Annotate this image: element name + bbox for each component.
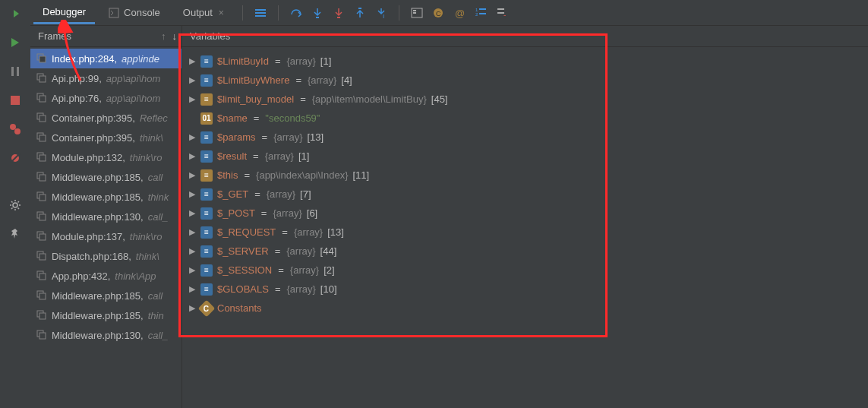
- frame-row[interactable]: Index.php:284, app\inde: [30, 49, 181, 68]
- expand-icon[interactable]: ▶: [188, 132, 196, 142]
- variable-row[interactable]: ▶≡ $GLOBALS = {array} [10]: [188, 280, 862, 299]
- variable-row[interactable]: ▶≡ $_REQUEST = {array} [13]: [188, 223, 862, 242]
- frame-row[interactable]: Middleware.php:185, call: [30, 286, 181, 305]
- stack-frame-icon: [36, 290, 47, 301]
- watches-remove-button[interactable]: -: [494, 5, 510, 21]
- watches-c-button[interactable]: C: [430, 5, 447, 21]
- frame-row[interactable]: Middleware.php:130, call_: [30, 325, 181, 345]
- variable-row[interactable]: ▶C Constants: [188, 299, 862, 318]
- frame-file: Module.php:132,: [52, 152, 125, 163]
- expand-icon[interactable]: ▶: [188, 75, 196, 85]
- frame-row[interactable]: App.php:432, think\App: [30, 266, 181, 286]
- svg-rect-10: [255, 12, 266, 14]
- svg-rect-54: [39, 293, 46, 299]
- frame-next-icon[interactable]: ↓: [172, 30, 178, 42]
- step-over-button[interactable]: [288, 5, 305, 21]
- pause-button[interactable]: [6, 62, 24, 81]
- variable-type: {array}: [267, 188, 295, 200]
- svg-text:C: C: [436, 10, 441, 17]
- svg-rect-26: [497, 8, 504, 10]
- variable-value: "seconds59": [265, 112, 320, 124]
- frames-panel: Frames ↑ ↓ Index.php:284, app\indeApi.ph…: [30, 26, 182, 408]
- settings-button[interactable]: [6, 196, 24, 214]
- svg-rect-36: [39, 115, 46, 122]
- variable-row[interactable]: ▶≡ $params = {array} [13]: [188, 128, 862, 147]
- tab-debugger[interactable]: Debugger: [33, 2, 95, 24]
- expand-icon[interactable]: ▶: [188, 208, 196, 218]
- frames-list[interactable]: Index.php:284, app\indeApi.php:99, app\a…: [30, 47, 181, 408]
- variable-type: {array}: [287, 55, 316, 67]
- tab-console[interactable]: Console: [99, 2, 169, 23]
- frames-header: Frames ↑ ↓: [30, 26, 181, 47]
- array-icon: ≡: [200, 131, 213, 144]
- expand-icon[interactable]: ▶: [188, 189, 196, 199]
- force-step-into-button[interactable]: [330, 5, 347, 21]
- svg-rect-9: [255, 9, 266, 11]
- run-to-cursor-button[interactable]: I: [373, 5, 390, 21]
- frame-row[interactable]: Api.php:99, app\api\hom: [30, 68, 181, 88]
- tab-output[interactable]: Output ×: [174, 2, 233, 23]
- variable-row[interactable]: ▶≡ $_POST = {array} [6]: [188, 204, 862, 223]
- expand-icon[interactable]: ▶: [188, 94, 196, 104]
- variable-row[interactable]: ▶≡ $LimitBuyId = {array} [1]: [188, 52, 862, 71]
- evaluate-button[interactable]: [409, 5, 425, 21]
- frame-row[interactable]: Middleware.php:185, call: [30, 167, 181, 187]
- variables-list[interactable]: ▶≡ $LimitBuyId = {array} [1]▶≡ $LimitBuy…: [182, 47, 868, 408]
- watches-at-button[interactable]: @: [451, 5, 468, 21]
- frame-row[interactable]: Middleware.php:185, think: [30, 187, 181, 207]
- frame-row[interactable]: Middleware.php:185, thin: [30, 305, 181, 325]
- stop-button[interactable]: [6, 91, 24, 109]
- step-into-button[interactable]: [309, 5, 326, 21]
- expand-icon[interactable]: ▶: [188, 227, 196, 237]
- svg-rect-8: [109, 8, 118, 17]
- expand-icon[interactable]: ▶: [188, 151, 196, 161]
- variable-row[interactable]: ▶≡ $result = {array} [1]: [188, 147, 862, 166]
- rerun-button[interactable]: [6, 5, 24, 23]
- variable-row[interactable]: ▶≡ $this = {app\index\api\Index} [11]: [188, 166, 862, 185]
- variable-row[interactable]: ▶≡ $_SERVER = {array} [44]: [188, 242, 862, 261]
- frame-row[interactable]: Dispatch.php:168, think\: [30, 246, 181, 266]
- view-breakpoints-button[interactable]: [6, 120, 24, 138]
- frame-row[interactable]: Middleware.php:130, call_: [30, 207, 181, 226]
- variable-row[interactable]: 01 $name = "seconds59": [188, 109, 862, 128]
- expand-icon[interactable]: ▶: [188, 170, 196, 180]
- frame-prev-icon[interactable]: ↑: [161, 30, 166, 42]
- step-out-button[interactable]: [352, 5, 368, 21]
- svg-rect-14: [358, 8, 361, 9]
- frame-file: Middleware.php:185,: [52, 310, 144, 321]
- variable-name: $LimitBuyId: [217, 55, 269, 67]
- svg-rect-18: [413, 12, 416, 14]
- close-icon[interactable]: ×: [219, 8, 224, 18]
- stack-frame-icon: [36, 152, 47, 163]
- expand-icon[interactable]: ▶: [188, 246, 196, 256]
- resume-button[interactable]: [6, 33, 24, 52]
- variable-name: $this: [217, 169, 238, 181]
- svg-rect-1: [17, 67, 19, 76]
- frame-row[interactable]: Container.php:395, Reflec: [30, 108, 181, 128]
- expand-icon[interactable]: ▶: [188, 303, 196, 313]
- frame-file: Middleware.php:185,: [52, 172, 144, 183]
- frame-file: Index.php:284,: [52, 53, 117, 65]
- frame-row[interactable]: Api.php:76, app\api\hom: [30, 88, 181, 108]
- svg-point-4: [14, 128, 21, 134]
- stack-frame-icon: [36, 93, 47, 103]
- stack-frame-icon: [36, 53, 47, 64]
- expand-icon[interactable]: ▶: [188, 284, 196, 294]
- variable-row[interactable]: ▶≡ $limit_buy_model = {app\item\model\Li…: [188, 90, 862, 109]
- expand-icon[interactable]: ▶: [188, 56, 196, 66]
- variable-row[interactable]: ▶≡ $_SESSION = {array} [2]: [188, 261, 862, 280]
- watches-list-button[interactable]: 12: [472, 5, 489, 21]
- variable-row[interactable]: ▶≡ $_GET = {array} [7]: [188, 185, 862, 204]
- expand-icon[interactable]: ▶: [188, 265, 196, 275]
- variable-type: {array}: [273, 207, 301, 219]
- frame-row[interactable]: Container.php:395, think\: [30, 128, 181, 147]
- frame-row[interactable]: Module.php:137, think\ro: [30, 226, 181, 246]
- mute-breakpoints-button[interactable]: [6, 149, 24, 167]
- frame-row[interactable]: Module.php:132, think\ro: [30, 147, 181, 167]
- stack-frame-icon: [36, 132, 47, 143]
- variable-row[interactable]: ▶≡ $LimitBuyWhere = {array} [4]: [188, 71, 862, 90]
- frame-location: app\api\hom: [106, 73, 161, 84]
- frame-location: think\: [136, 251, 159, 262]
- layout-button[interactable]: [252, 5, 269, 21]
- pin-button[interactable]: [6, 225, 24, 243]
